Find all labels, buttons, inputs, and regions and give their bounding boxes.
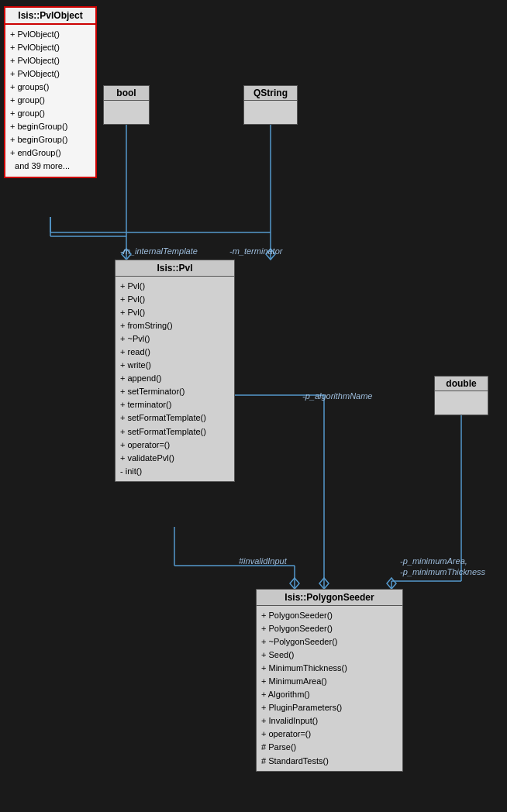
ps-member-5: + MinimumThickness() <box>261 662 398 675</box>
pvl-member-10: + terminator() <box>120 398 229 411</box>
pvl-member-2: + Pvl() <box>120 293 229 306</box>
polygon-seeder-body: + PolygonSeeder() + PolygonSeeder() + ~P… <box>257 606 402 771</box>
pvl-member-15: - init() <box>120 465 229 478</box>
bool-body <box>104 101 149 124</box>
ps-member-4: + Seed() <box>261 649 398 662</box>
label-algorithm-name: -p_algorithmName <box>302 391 372 401</box>
label-minimum-thickness: -p_minimumThickness <box>400 567 485 576</box>
ps-member-11: # Parse() <box>261 741 398 754</box>
ps-member-1: + PolygonSeeder() <box>261 609 398 622</box>
member-3: + PvlObject() <box>10 54 91 67</box>
pvl-member-13: + operator=() <box>120 439 229 452</box>
diagram-container: Isis::PvlObject + PvlObject() + PvlObjec… <box>0 0 507 812</box>
qstring-title: QString <box>244 86 297 101</box>
pvl-member-9: + setTerminator() <box>120 385 229 398</box>
svg-marker-16 <box>290 578 299 589</box>
pvl-member-8: + append() <box>120 372 229 385</box>
pvl-member-11: + setFormatTemplate() <box>120 411 229 425</box>
member-5: + groups() <box>10 81 91 94</box>
polygon-seeder-title: Isis::PolygonSeeder <box>257 590 402 606</box>
polygon-seeder-box: Isis::PolygonSeeder + PolygonSeeder() + … <box>256 589 403 772</box>
pvl-object-title: Isis::PvlObject <box>5 8 95 25</box>
bool-title: bool <box>104 86 149 101</box>
member-9: + beginGroup() <box>10 133 91 146</box>
pvl-object-box: Isis::PvlObject + PvlObject() + PvlObjec… <box>4 6 97 178</box>
member-1: + PvlObject() <box>10 28 91 41</box>
label-terminator: -m_terminator <box>229 246 282 256</box>
svg-marker-20 <box>387 578 396 589</box>
pvl-title: Isis::Pvl <box>116 260 234 277</box>
pvl-member-1: + Pvl() <box>120 280 229 293</box>
ps-member-9: + InvalidInput() <box>261 714 398 728</box>
member-10: + endGroup() <box>10 146 91 160</box>
pvl-member-12: + setFormatTemplate() <box>120 425 229 439</box>
pvl-member-4: + fromString() <box>120 319 229 332</box>
pvl-member-5: + ~Pvl() <box>120 332 229 346</box>
qstring-box: QString <box>243 85 298 125</box>
ps-member-8: + PluginParameters() <box>261 701 398 714</box>
member-more: and 39 more... <box>10 160 91 173</box>
ps-member-12: # StandardTests() <box>261 755 398 768</box>
member-2: + PvlObject() <box>10 41 91 54</box>
member-7: + group() <box>10 107 91 120</box>
ps-member-7: + Algorithm() <box>261 688 398 701</box>
pvl-box: Isis::Pvl + Pvl() + Pvl() + Pvl() + from… <box>115 260 235 482</box>
pvl-member-14: + validatePvl() <box>120 452 229 465</box>
member-8: + beginGroup() <box>10 120 91 133</box>
pvl-member-3: + Pvl() <box>120 306 229 319</box>
pvl-member-6: + read() <box>120 346 229 359</box>
ps-member-6: + MinimumArea() <box>261 675 398 688</box>
qstring-body <box>244 101 297 124</box>
pvl-body: + Pvl() + Pvl() + Pvl() + fromString() +… <box>116 277 234 481</box>
label-invalid-input: #invalidInput <box>239 556 287 566</box>
ps-member-10: + operator=() <box>261 728 398 741</box>
member-6: + group() <box>10 94 91 107</box>
label-internal-template: -m_internalTemplate <box>120 246 198 256</box>
double-box: double <box>434 376 488 415</box>
ps-member-2: + PolygonSeeder() <box>261 622 398 635</box>
bool-box: bool <box>103 85 150 125</box>
double-body <box>435 391 488 415</box>
pvl-member-7: + write() <box>120 359 229 372</box>
member-4: + PvlObject() <box>10 67 91 81</box>
ps-member-3: + ~PolygonSeeder() <box>261 635 398 649</box>
pvl-object-body: + PvlObject() + PvlObject() + PvlObject(… <box>5 25 95 177</box>
double-title: double <box>435 377 488 391</box>
label-minimum-area: -p_minimumArea, <box>400 556 467 566</box>
svg-marker-12 <box>319 578 329 589</box>
